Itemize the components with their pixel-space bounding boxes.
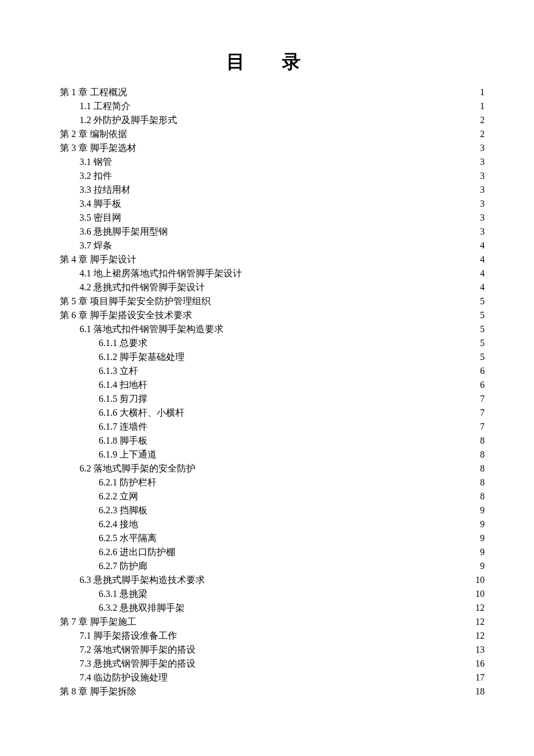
toc-entry-page: 8 — [480, 476, 485, 489]
toc-entry-page: 3 — [480, 155, 485, 169]
toc-entry-label: 3.2 扣件 — [80, 169, 112, 183]
toc-entry-label: 3.7 焊条 — [80, 239, 112, 253]
toc-entry: 6.1.2 脚手架基础处理5 — [58, 350, 485, 364]
toc-entry-page: 16 — [475, 657, 485, 671]
toc-entry: 3.5 密目网3 — [58, 211, 485, 225]
toc-entry-label: 第 4 章 脚手架设计 — [60, 253, 136, 267]
toc-entry-label: 7.4 临边防护设施处理 — [80, 671, 168, 685]
toc-entry-page: 9 — [480, 531, 485, 545]
toc-entry-page: 2 — [480, 113, 485, 127]
toc-container: 第 1 章 工程概况11.1 工程简介11.2 外防护及脚手架形式2第 2 章 … — [58, 85, 485, 699]
toc-entry-page: 1 — [480, 85, 485, 99]
toc-entry: 6.2.4 接地9 — [58, 517, 485, 531]
toc-entry-page: 3 — [480, 141, 485, 155]
toc-entry-label: 6.3 悬挑式脚手架构造技术要求 — [80, 573, 205, 587]
toc-entry-page: 5 — [480, 308, 485, 322]
toc-entry-page: 6 — [480, 378, 485, 392]
toc-entry: 第 2 章 编制依据2 — [58, 127, 485, 141]
toc-entry-page: 10 — [475, 573, 485, 587]
toc-entry-page: 1 — [480, 99, 485, 113]
toc-entry: 第 7 章 脚手架施工12 — [58, 615, 485, 629]
toc-entry-page: 3 — [480, 211, 485, 225]
toc-entry-label: 6.1.6 大横杆、小横杆 — [99, 406, 185, 420]
toc-title: 目 录 — [58, 49, 485, 75]
toc-entry-label: 6.1.7 连墙件 — [99, 420, 147, 434]
toc-entry-page: 8 — [480, 448, 485, 462]
toc-entry-label: 第 3 章 脚手架选材 — [60, 141, 136, 155]
toc-entry-label: 1.1 工程简介 — [80, 99, 131, 113]
toc-entry-page: 12 — [475, 601, 485, 615]
toc-entry: 6.1.8 脚手板8 — [58, 434, 485, 448]
toc-entry-page: 9 — [480, 517, 485, 531]
toc-entry: 第 4 章 脚手架设计4 — [58, 253, 485, 267]
toc-entry: 4.1 地上裙房落地式扣件钢管脚手架设计4 — [58, 267, 485, 280]
toc-entry: 7.1 脚手架搭设准备工作12 — [58, 629, 485, 643]
toc-entry-label: 6.1.9 上下通道 — [99, 448, 157, 462]
toc-entry-label: 6.1.4 扫地杆 — [99, 378, 147, 392]
toc-entry: 6.2.5 水平隔离9 — [58, 531, 485, 545]
toc-entry-page: 13 — [475, 643, 485, 657]
toc-entry-page: 4 — [480, 280, 485, 294]
toc-entry-page: 3 — [480, 183, 485, 197]
toc-entry-page: 8 — [480, 434, 485, 448]
toc-entry-label: 1.2 外防护及脚手架形式 — [80, 113, 177, 127]
toc-entry-label: 3.3 拉结用材 — [80, 183, 131, 197]
toc-entry-page: 12 — [475, 615, 485, 629]
toc-entry-page: 4 — [480, 239, 485, 253]
toc-entry-label: 6.1.8 脚手板 — [99, 434, 147, 448]
toc-entry: 6.1.9 上下通道8 — [58, 448, 485, 462]
toc-entry-page: 10 — [475, 587, 485, 601]
toc-entry-label: 3.4 脚手板 — [80, 197, 121, 211]
toc-entry-page: 7 — [480, 420, 485, 434]
toc-entry: 3.1 钢管3 — [58, 155, 485, 169]
toc-entry-page: 6 — [480, 364, 485, 378]
toc-entry: 6.2.6 进出口防护棚9 — [58, 545, 485, 559]
toc-entry-page: 17 — [475, 671, 485, 685]
toc-entry-label: 6.1.3 立杆 — [99, 364, 138, 378]
toc-entry-page: 5 — [480, 336, 485, 350]
toc-entry: 7.3 悬挑式钢管脚手架的搭设16 — [58, 657, 485, 671]
toc-entry-label: 第 5 章 项目脚手架安全防护管理组织 — [60, 294, 211, 308]
toc-entry: 4.2 悬挑式扣件钢管脚手架设计4 — [58, 280, 485, 294]
toc-entry-label: 6.2.3 挡脚板 — [99, 503, 147, 517]
toc-entry: 6.1.4 扫地杆6 — [58, 378, 485, 392]
toc-entry-page: 4 — [480, 253, 485, 267]
toc-entry-page: 5 — [480, 322, 485, 336]
toc-entry-label: 6.2.2 立网 — [99, 489, 138, 503]
toc-entry: 6.3.2 悬挑双排脚手架12 — [58, 601, 485, 615]
toc-entry: 第 5 章 项目脚手架安全防护管理组织5 — [58, 294, 485, 308]
toc-entry: 第 6 章 脚手架搭设安全技术要求5 — [58, 308, 485, 322]
toc-entry-page: 8 — [480, 462, 485, 476]
toc-entry: 3.7 焊条4 — [58, 239, 485, 253]
toc-entry: 6.1.6 大横杆、小横杆7 — [58, 406, 485, 420]
toc-entry: 6.1.5 剪刀撑7 — [58, 392, 485, 406]
toc-entry-label: 4.1 地上裙房落地式扣件钢管脚手架设计 — [80, 267, 242, 280]
toc-entry: 3.2 扣件3 — [58, 169, 485, 183]
toc-entry-label: 第 8 章 脚手架拆除 — [60, 685, 136, 699]
toc-entry-label: 3.5 密目网 — [80, 211, 121, 225]
toc-entry: 第 8 章 脚手架拆除18 — [58, 685, 485, 699]
toc-entry-label: 6.2.5 水平隔离 — [99, 531, 157, 545]
toc-entry-page: 7 — [480, 392, 485, 406]
toc-entry-label: 6.1.1 总要求 — [99, 336, 147, 350]
toc-entry: 6.1.1 总要求5 — [58, 336, 485, 350]
toc-entry-label: 6.2 落地式脚手架的安全防护 — [80, 462, 196, 476]
toc-entry: 3.3 拉结用材3 — [58, 183, 485, 197]
toc-entry-label: 6.2.7 防护廊 — [99, 559, 147, 573]
toc-entry-label: 第 2 章 编制依据 — [60, 127, 127, 141]
toc-entry-page: 3 — [480, 225, 485, 239]
toc-entry-label: 6.2.4 接地 — [99, 517, 138, 531]
toc-entry: 第 1 章 工程概况1 — [58, 85, 485, 99]
toc-entry-page: 8 — [480, 489, 485, 503]
toc-entry-page: 3 — [480, 169, 485, 183]
toc-entry-label: 6.1 落地式扣件钢管脚手架构造要求 — [80, 322, 223, 336]
toc-entry-label: 6.2.6 进出口防护棚 — [99, 545, 175, 559]
toc-entry-page: 9 — [480, 559, 485, 573]
toc-entry: 3.6 悬挑脚手架用型钢3 — [58, 225, 485, 239]
toc-entry-label: 6.3.1 悬挑梁 — [99, 587, 147, 601]
toc-entry-label: 第 7 章 脚手架施工 — [60, 615, 136, 629]
toc-entry-label: 7.1 脚手架搭设准备工作 — [80, 629, 177, 643]
toc-entry-label: 3.1 钢管 — [80, 155, 112, 169]
toc-entry-page: 7 — [480, 406, 485, 420]
toc-entry-label: 6.3.2 悬挑双排脚手架 — [99, 601, 185, 615]
